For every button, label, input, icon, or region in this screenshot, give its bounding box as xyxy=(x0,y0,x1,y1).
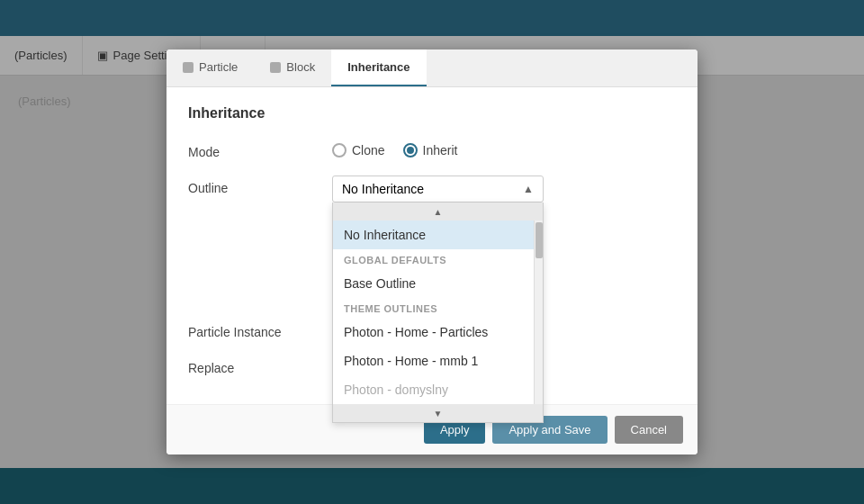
dropdown-header-global-defaults: GLOBAL DEFAULTS xyxy=(333,249,543,269)
modal-overlay: Particle Block Inheritance Inheritance M… xyxy=(0,0,864,504)
chevron-up-icon: ▲ xyxy=(523,183,534,195)
clone-radio[interactable] xyxy=(332,143,346,158)
outline-dropdown-wrapper: No Inheritance ▲ ▲ No Inheritance GLOBAL… xyxy=(332,176,676,202)
scroll-up-button[interactable]: ▲ xyxy=(333,202,543,220)
outline-label: Outline xyxy=(188,176,332,195)
tab-block-label: Block xyxy=(286,60,315,74)
dropdown-item-photon-domyslny[interactable]: Photon - domyslny xyxy=(333,375,543,404)
outline-dropdown-trigger[interactable]: No Inheritance ▲ xyxy=(332,176,544,202)
particle-instance-label: Particle Instance xyxy=(188,320,332,339)
block-tab-icon xyxy=(270,62,281,73)
inherit-radio[interactable] xyxy=(403,143,418,158)
outline-dropdown-value: No Inheritance xyxy=(342,182,424,196)
outline-control: No Inheritance ▲ ▲ No Inheritance GLOBAL… xyxy=(332,176,676,202)
outline-dropdown-menu: ▲ No Inheritance GLOBAL DEFAULTS Base Ou… xyxy=(332,202,544,423)
clone-label: Clone xyxy=(352,143,385,158)
tab-inheritance-label: Inheritance xyxy=(347,60,410,74)
scroll-down-button[interactable]: ▼ xyxy=(333,404,543,422)
cancel-button[interactable]: Cancel xyxy=(615,416,683,444)
tab-inheritance[interactable]: Inheritance xyxy=(331,50,426,86)
mode-label: Mode xyxy=(188,140,332,159)
inherit-label: Inherit xyxy=(423,143,458,158)
modal-body: Inheritance Mode Clone Inherit xyxy=(166,87,698,454)
dropdown-item-base-outline[interactable]: Base Outline xyxy=(333,269,543,298)
dropdown-item-photon-home-mmb1[interactable]: Photon - Home - mmb 1 xyxy=(333,346,543,375)
dropdown-item-photon-home-particles[interactable]: Photon - Home - Particles xyxy=(333,318,543,346)
dropdown-item-no-inheritance[interactable]: No Inheritance xyxy=(333,220,543,249)
tab-block[interactable]: Block xyxy=(254,50,331,86)
tab-particle-label: Particle xyxy=(199,60,238,74)
mode-inherit-option[interactable]: Inherit xyxy=(403,143,458,158)
replace-label: Replace xyxy=(188,356,332,375)
outline-row: Outline No Inheritance ▲ ▲ No Inherita xyxy=(188,176,676,202)
mode-clone-option[interactable]: Clone xyxy=(332,143,385,158)
modal-dialog: Particle Block Inheritance Inheritance M… xyxy=(166,50,698,454)
dropdown-scrollbar[interactable] xyxy=(534,220,543,404)
mode-row: Mode Clone Inherit xyxy=(188,140,676,159)
mode-radio-group: Clone Inherit xyxy=(332,140,676,158)
tab-particle[interactable]: Particle xyxy=(166,50,254,86)
scrollbar-thumb[interactable] xyxy=(536,222,543,258)
particle-tab-icon xyxy=(183,62,194,73)
dropdown-header-theme-outlines: THEME OUTLINES xyxy=(333,298,543,318)
mode-control: Clone Inherit xyxy=(332,140,676,158)
section-title: Inheritance xyxy=(188,105,676,122)
modal-tabs: Particle Block Inheritance xyxy=(166,50,698,87)
